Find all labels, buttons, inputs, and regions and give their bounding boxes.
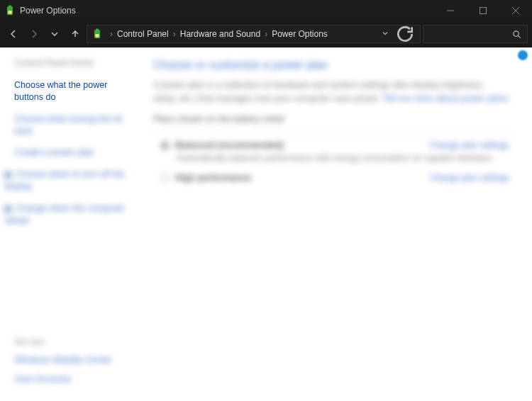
see-also-heading: See also bbox=[14, 337, 135, 347]
navigation-bar: › Control Panel › Hardware and Sound › P… bbox=[0, 21, 532, 47]
svg-point-10 bbox=[514, 30, 519, 35]
bullet-icon bbox=[4, 171, 11, 179]
sidebar-item-label: Control Panel Home bbox=[14, 58, 94, 68]
minimize-button[interactable] bbox=[434, 0, 467, 21]
sidebar-item-label: Choose what closing the lid does bbox=[14, 114, 122, 136]
svg-rect-2 bbox=[9, 11, 12, 14]
title-bar: Power Options bbox=[0, 0, 532, 21]
power-plan-row: Balanced (recommended) Change plan setti… bbox=[160, 140, 509, 150]
forward-button[interactable] bbox=[25, 25, 43, 43]
content-area: Control Panel Home Choose what the power… bbox=[0, 47, 532, 401]
breadcrumb-item[interactable]: Power Options bbox=[272, 29, 328, 39]
svg-rect-9 bbox=[96, 34, 99, 38]
change-plan-settings-link[interactable]: Change plan settings bbox=[429, 140, 509, 150]
sidebar-item-create-plan[interactable]: Create a power plan bbox=[14, 147, 135, 159]
chevron-down-icon[interactable] bbox=[382, 29, 389, 39]
intro-text: A power plan is a collection of hardware… bbox=[153, 79, 511, 106]
back-button[interactable] bbox=[4, 25, 23, 43]
sidebar-item-label: Create a power plan bbox=[14, 147, 94, 157]
svg-rect-1 bbox=[9, 6, 11, 7]
plan-name: High performance bbox=[175, 173, 251, 183]
main-panel: Choose or customize a power plan A power… bbox=[143, 47, 532, 401]
recent-locations-button[interactable] bbox=[45, 25, 64, 43]
sidebar-item-home[interactable]: Control Panel Home bbox=[14, 57, 135, 69]
sidebar-item-power-buttons[interactable]: Choose what the power buttons do bbox=[14, 79, 135, 103]
intro-link[interactable]: Tell me more about power plans bbox=[383, 94, 509, 103]
plans-shown-label: Plans shown on the battery meter bbox=[153, 114, 511, 124]
radio-icon bbox=[160, 141, 170, 150]
sidebar-item-label: Windows Mobility Center bbox=[14, 355, 112, 365]
refresh-button[interactable] bbox=[394, 25, 416, 43]
window-title: Power Options bbox=[20, 6, 76, 16]
search-input[interactable] bbox=[423, 25, 528, 43]
maximize-button[interactable] bbox=[467, 0, 499, 21]
breadcrumb-item[interactable]: Control Panel bbox=[117, 29, 169, 39]
plan-name: Balanced (recommended) bbox=[175, 140, 284, 150]
sidebar: Control Panel Home Choose what the power… bbox=[0, 47, 143, 401]
sidebar-item-closing-lid[interactable]: Choose what closing the lid does bbox=[14, 113, 135, 137]
divider bbox=[153, 131, 511, 132]
svg-rect-8 bbox=[96, 29, 99, 30]
battery-icon bbox=[4, 5, 16, 16]
search-icon bbox=[512, 30, 521, 39]
chevron-right-icon[interactable]: › bbox=[265, 29, 267, 39]
page-heading: Choose or customize a power plan bbox=[153, 59, 511, 72]
change-plan-settings-link[interactable]: Change plan settings bbox=[429, 173, 509, 183]
power-plan-row: High performance Change plan settings bbox=[160, 173, 509, 183]
chevron-right-icon[interactable]: › bbox=[110, 29, 113, 39]
up-button[interactable] bbox=[66, 25, 84, 43]
sidebar-item-user-accounts[interactable]: User Accounts bbox=[14, 373, 135, 385]
plan-description: Automatically balances performance with … bbox=[176, 153, 511, 163]
sidebar-item-label: User Accounts bbox=[14, 374, 72, 384]
sidebar-item-label: Change when the computer sleeps bbox=[4, 203, 125, 225]
chevron-right-icon[interactable]: › bbox=[173, 29, 176, 39]
sidebar-item-label: See also bbox=[14, 337, 45, 346]
sidebar-item-turn-off-display[interactable]: Choose when to turn off the display bbox=[4, 169, 135, 193]
sidebar-item-computer-sleeps[interactable]: Change when the computer sleeps bbox=[4, 203, 135, 227]
plan-radio-high-performance[interactable]: High performance bbox=[160, 173, 251, 183]
plan-radio-balanced[interactable]: Balanced (recommended) bbox=[160, 140, 284, 150]
battery-icon bbox=[92, 28, 103, 40]
sidebar-item-mobility-center[interactable]: Windows Mobility Center bbox=[14, 354, 135, 366]
help-icon[interactable] bbox=[518, 50, 528, 60]
sidebar-item-label: Choose when to turn off the display bbox=[4, 169, 124, 191]
svg-line-11 bbox=[518, 35, 520, 38]
sidebar-item-label: Choose what the power buttons do bbox=[14, 80, 107, 102]
breadcrumb-item[interactable]: Hardware and Sound bbox=[180, 29, 260, 39]
svg-rect-4 bbox=[480, 8, 487, 14]
radio-icon bbox=[160, 174, 170, 183]
close-button[interactable] bbox=[499, 0, 532, 21]
address-bar[interactable]: › Control Panel › Hardware and Sound › P… bbox=[87, 25, 421, 43]
bullet-icon bbox=[4, 205, 11, 213]
